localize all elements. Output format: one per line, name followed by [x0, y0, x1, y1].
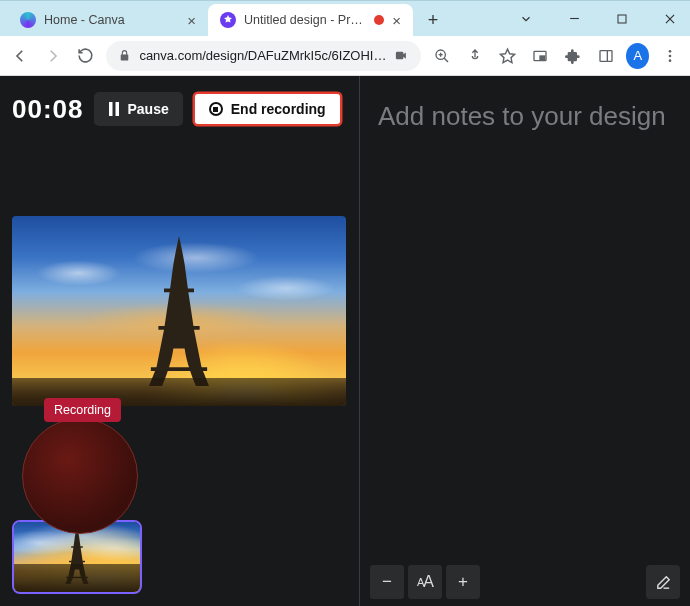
plus-icon: +: [458, 572, 468, 592]
svg-rect-1: [618, 15, 626, 23]
tab-title: Home - Canva: [44, 13, 179, 27]
tab-title: Untitled design - Prese: [244, 13, 366, 27]
svg-rect-20: [151, 367, 207, 371]
end-label: End recording: [231, 101, 326, 117]
edit-notes-button[interactable]: [646, 565, 680, 599]
compose-icon: [655, 574, 672, 591]
webcam-preview-circle[interactable]: [22, 418, 138, 534]
stop-icon: [209, 102, 223, 116]
svg-marker-8: [500, 49, 514, 62]
svg-rect-17: [115, 102, 119, 116]
bookmark-star-icon[interactable]: [495, 42, 520, 70]
svg-rect-21: [71, 546, 83, 547]
address-bar[interactable]: canva.com/design/DAFuZMrkI5c/6IZOHI…: [106, 41, 421, 71]
kebab-menu-icon[interactable]: [657, 42, 682, 70]
recording-dot-icon: [374, 15, 384, 25]
url-text: canva.com/design/DAFuZMrkI5c/6IZOHI…: [139, 48, 386, 63]
tab-close-icon[interactable]: ×: [187, 12, 196, 29]
window-minimize-icon[interactable]: [560, 5, 588, 33]
canva-present-record-app: 00:08 Pause End recording: [0, 76, 690, 606]
svg-rect-18: [164, 289, 194, 293]
nav-back-button[interactable]: [8, 42, 33, 70]
current-slide-preview[interactable]: [12, 216, 346, 406]
eiffel-tower-icon: [140, 236, 218, 386]
notes-textarea[interactable]: Add notes to your design: [360, 76, 690, 134]
pause-icon: [108, 102, 120, 116]
svg-line-5: [444, 58, 448, 62]
sidepanel-icon[interactable]: [593, 42, 618, 70]
canva-doc-favicon-icon: [220, 12, 236, 28]
new-tab-button[interactable]: +: [419, 6, 447, 34]
svg-point-15: [668, 59, 671, 62]
pause-label: Pause: [128, 101, 169, 117]
tab-close-icon[interactable]: ×: [392, 12, 401, 29]
tab-home-canva[interactable]: Home - Canva ×: [8, 4, 208, 36]
profile-avatar[interactable]: A: [626, 43, 649, 69]
lock-icon: [118, 49, 131, 62]
extensions-icon[interactable]: [561, 42, 586, 70]
notes-pane: Add notes to your design − AA +: [360, 76, 690, 606]
font-size-indicator[interactable]: AA: [408, 565, 442, 599]
minus-icon: −: [382, 572, 392, 592]
font-size-controls: − AA +: [370, 565, 480, 599]
svg-point-13: [668, 50, 671, 53]
pause-button[interactable]: Pause: [94, 92, 183, 126]
font-increase-button[interactable]: +: [446, 565, 480, 599]
recording-timer: 00:08: [12, 94, 84, 125]
svg-rect-10: [540, 56, 545, 59]
recording-pane: 00:08 Pause End recording: [0, 76, 360, 606]
nav-forward-button[interactable]: [41, 42, 66, 70]
zoom-icon[interactable]: [429, 42, 454, 70]
notes-placeholder-text: Add notes to your design: [378, 101, 666, 131]
font-decrease-button[interactable]: −: [370, 565, 404, 599]
nav-reload-button[interactable]: [74, 42, 99, 70]
svg-rect-22: [69, 561, 85, 562]
recording-status-badge: Recording: [44, 398, 121, 422]
window-dropdown-icon[interactable]: [512, 5, 540, 33]
window-close-icon[interactable]: [656, 5, 684, 33]
slide-preview-area: [12, 216, 347, 406]
tab-strip: Home - Canva × Untitled design - Prese ×…: [0, 0, 447, 36]
browser-toolbar: canva.com/design/DAFuZMrkI5c/6IZOHI… A: [0, 36, 690, 76]
window-maximize-icon[interactable]: [608, 5, 636, 33]
notes-bottom-toolbar: − AA +: [360, 558, 690, 606]
share-icon[interactable]: [462, 42, 487, 70]
svg-rect-19: [158, 326, 199, 330]
slide-image: [12, 216, 346, 406]
svg-rect-11: [600, 50, 612, 61]
camera-active-icon[interactable]: [394, 48, 409, 63]
svg-point-14: [668, 54, 671, 57]
pip-icon[interactable]: [528, 42, 553, 70]
svg-rect-16: [109, 102, 113, 116]
recording-controls: 00:08 Pause End recording: [12, 92, 347, 126]
end-recording-button[interactable]: End recording: [193, 92, 342, 126]
canva-favicon-icon: [20, 12, 36, 28]
tab-untitled-design[interactable]: Untitled design - Prese ×: [208, 4, 413, 36]
profile-initial: A: [633, 48, 642, 63]
